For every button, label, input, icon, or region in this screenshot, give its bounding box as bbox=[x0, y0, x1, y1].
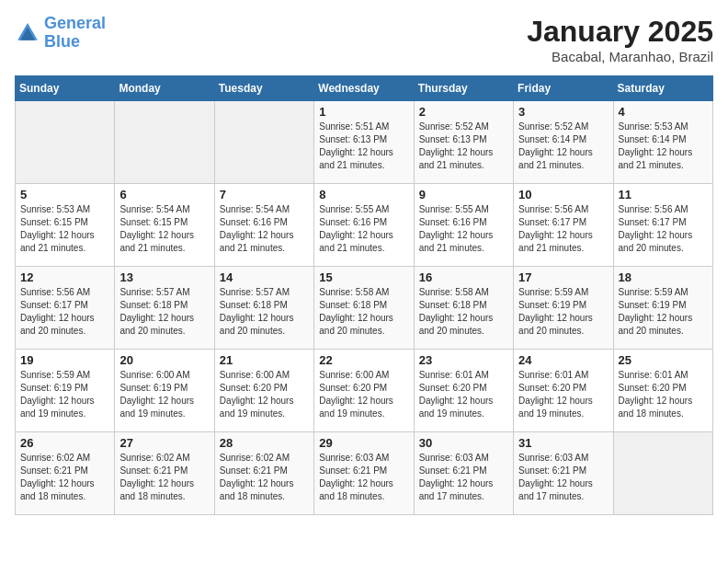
day-number: 2 bbox=[419, 105, 508, 119]
day-info: Sunrise: 6:00 AM Sunset: 6:20 PM Dayligh… bbox=[220, 369, 309, 420]
calendar-cell: 8Sunrise: 5:55 AM Sunset: 6:16 PM Daylig… bbox=[314, 184, 414, 267]
day-number: 7 bbox=[220, 188, 309, 201]
day-number: 16 bbox=[419, 270, 508, 284]
calendar-cell: 24Sunrise: 6:01 AM Sunset: 6:20 PM Dayli… bbox=[514, 350, 613, 432]
calendar-cell bbox=[16, 101, 115, 184]
day-info: Sunrise: 5:57 AM Sunset: 6:18 PM Dayligh… bbox=[220, 286, 309, 338]
calendar-cell: 11Sunrise: 5:56 AM Sunset: 6:17 PM Dayli… bbox=[613, 184, 712, 267]
calendar-cell: 6Sunrise: 5:54 AM Sunset: 6:15 PM Daylig… bbox=[115, 184, 214, 267]
calendar-cell: 21Sunrise: 6:00 AM Sunset: 6:20 PM Dayli… bbox=[214, 350, 313, 432]
weekday-header: Thursday bbox=[414, 76, 513, 101]
calendar-cell bbox=[214, 101, 313, 184]
day-info: Sunrise: 6:03 AM Sunset: 6:21 PM Dayligh… bbox=[419, 452, 508, 503]
calendar-cell bbox=[613, 432, 712, 515]
day-info: Sunrise: 5:53 AM Sunset: 6:14 PM Dayligh… bbox=[619, 121, 708, 172]
weekday-header: Saturday bbox=[613, 76, 712, 101]
day-number: 11 bbox=[619, 188, 708, 201]
calendar-week: 26Sunrise: 6:02 AM Sunset: 6:21 PM Dayli… bbox=[16, 432, 713, 515]
day-info: Sunrise: 5:55 AM Sunset: 6:16 PM Dayligh… bbox=[319, 203, 408, 255]
day-number: 22 bbox=[319, 353, 408, 367]
calendar-cell: 15Sunrise: 5:58 AM Sunset: 6:18 PM Dayli… bbox=[314, 267, 414, 350]
day-number: 30 bbox=[419, 436, 508, 450]
logo: General Blue bbox=[15, 15, 106, 52]
day-number: 25 bbox=[619, 353, 708, 367]
day-number: 10 bbox=[518, 188, 608, 201]
calendar-header: SundayMondayTuesdayWednesdayThursdayFrid… bbox=[16, 76, 713, 101]
day-number: 13 bbox=[119, 270, 209, 284]
day-number: 29 bbox=[319, 436, 408, 450]
calendar-cell: 3Sunrise: 5:52 AM Sunset: 6:14 PM Daylig… bbox=[514, 101, 613, 184]
calendar-cell: 30Sunrise: 6:03 AM Sunset: 6:21 PM Dayli… bbox=[414, 432, 513, 515]
calendar-cell bbox=[115, 101, 214, 184]
weekday-header: Tuesday bbox=[214, 76, 313, 101]
day-info: Sunrise: 5:58 AM Sunset: 6:18 PM Dayligh… bbox=[319, 286, 408, 338]
day-info: Sunrise: 5:57 AM Sunset: 6:18 PM Dayligh… bbox=[119, 286, 209, 338]
calendar-cell: 29Sunrise: 6:03 AM Sunset: 6:21 PM Dayli… bbox=[314, 432, 414, 515]
calendar-cell: 7Sunrise: 5:54 AM Sunset: 6:16 PM Daylig… bbox=[214, 184, 313, 267]
day-info: Sunrise: 5:59 AM Sunset: 6:19 PM Dayligh… bbox=[619, 286, 708, 338]
day-info: Sunrise: 6:01 AM Sunset: 6:20 PM Dayligh… bbox=[518, 369, 608, 420]
day-info: Sunrise: 5:53 AM Sunset: 6:15 PM Dayligh… bbox=[20, 203, 109, 255]
calendar-cell: 22Sunrise: 6:00 AM Sunset: 6:20 PM Dayli… bbox=[314, 350, 414, 432]
day-info: Sunrise: 5:56 AM Sunset: 6:17 PM Dayligh… bbox=[20, 286, 109, 338]
day-info: Sunrise: 6:00 AM Sunset: 6:19 PM Dayligh… bbox=[119, 369, 209, 420]
day-info: Sunrise: 6:00 AM Sunset: 6:20 PM Dayligh… bbox=[319, 369, 408, 420]
calendar-cell: 18Sunrise: 5:59 AM Sunset: 6:19 PM Dayli… bbox=[613, 267, 712, 350]
calendar-cell: 31Sunrise: 6:03 AM Sunset: 6:21 PM Dayli… bbox=[514, 432, 613, 515]
calendar-cell: 9Sunrise: 5:55 AM Sunset: 6:16 PM Daylig… bbox=[414, 184, 513, 267]
weekday-header: Wednesday bbox=[314, 76, 414, 101]
day-number: 21 bbox=[220, 353, 309, 367]
page-header: General Blue January 2025 Bacabal, Maran… bbox=[15, 15, 713, 64]
day-info: Sunrise: 5:56 AM Sunset: 6:17 PM Dayligh… bbox=[518, 203, 608, 255]
day-info: Sunrise: 5:52 AM Sunset: 6:14 PM Dayligh… bbox=[518, 121, 608, 172]
day-info: Sunrise: 5:55 AM Sunset: 6:16 PM Dayligh… bbox=[419, 203, 508, 255]
day-number: 23 bbox=[419, 353, 508, 367]
calendar-week: 19Sunrise: 5:59 AM Sunset: 6:19 PM Dayli… bbox=[16, 350, 713, 432]
calendar-cell: 16Sunrise: 5:58 AM Sunset: 6:18 PM Dayli… bbox=[414, 267, 513, 350]
day-number: 4 bbox=[619, 105, 708, 119]
day-number: 26 bbox=[20, 436, 109, 450]
day-number: 19 bbox=[20, 353, 109, 367]
day-info: Sunrise: 6:02 AM Sunset: 6:21 PM Dayligh… bbox=[20, 452, 109, 503]
day-number: 15 bbox=[319, 270, 408, 284]
day-number: 8 bbox=[319, 188, 408, 201]
calendar-cell: 2Sunrise: 5:52 AM Sunset: 6:13 PM Daylig… bbox=[414, 101, 513, 184]
logo-text: General Blue bbox=[44, 15, 106, 52]
day-number: 3 bbox=[518, 105, 608, 119]
calendar-cell: 13Sunrise: 5:57 AM Sunset: 6:18 PM Dayli… bbox=[115, 267, 214, 350]
calendar-cell: 20Sunrise: 6:00 AM Sunset: 6:19 PM Dayli… bbox=[115, 350, 214, 432]
calendar-cell: 19Sunrise: 5:59 AM Sunset: 6:19 PM Dayli… bbox=[16, 350, 115, 432]
day-info: Sunrise: 5:52 AM Sunset: 6:13 PM Dayligh… bbox=[419, 121, 508, 172]
day-info: Sunrise: 5:58 AM Sunset: 6:18 PM Dayligh… bbox=[419, 286, 508, 338]
calendar-week: 1Sunrise: 5:51 AM Sunset: 6:13 PM Daylig… bbox=[16, 101, 713, 184]
day-number: 28 bbox=[220, 436, 309, 450]
calendar-week: 12Sunrise: 5:56 AM Sunset: 6:17 PM Dayli… bbox=[16, 267, 713, 350]
day-number: 31 bbox=[518, 436, 608, 450]
day-number: 9 bbox=[419, 188, 508, 201]
calendar-week: 5Sunrise: 5:53 AM Sunset: 6:15 PM Daylig… bbox=[16, 184, 713, 267]
day-info: Sunrise: 5:51 AM Sunset: 6:13 PM Dayligh… bbox=[319, 121, 408, 172]
day-number: 18 bbox=[619, 270, 708, 284]
day-number: 1 bbox=[319, 105, 408, 119]
day-number: 17 bbox=[518, 270, 608, 284]
month-title: January 2025 bbox=[527, 15, 713, 49]
weekday-header: Monday bbox=[115, 76, 214, 101]
calendar-table: SundayMondayTuesdayWednesdayThursdayFrid… bbox=[15, 75, 713, 515]
day-info: Sunrise: 6:03 AM Sunset: 6:21 PM Dayligh… bbox=[319, 452, 408, 503]
calendar-cell: 10Sunrise: 5:56 AM Sunset: 6:17 PM Dayli… bbox=[514, 184, 613, 267]
day-info: Sunrise: 5:54 AM Sunset: 6:16 PM Dayligh… bbox=[220, 203, 309, 255]
day-info: Sunrise: 6:01 AM Sunset: 6:20 PM Dayligh… bbox=[619, 369, 708, 420]
day-number: 20 bbox=[119, 353, 209, 367]
day-info: Sunrise: 5:59 AM Sunset: 6:19 PM Dayligh… bbox=[20, 369, 109, 420]
day-number: 27 bbox=[119, 436, 209, 450]
day-info: Sunrise: 6:01 AM Sunset: 6:20 PM Dayligh… bbox=[419, 369, 508, 420]
calendar-cell: 14Sunrise: 5:57 AM Sunset: 6:18 PM Dayli… bbox=[214, 267, 313, 350]
calendar-cell: 12Sunrise: 5:56 AM Sunset: 6:17 PM Dayli… bbox=[16, 267, 115, 350]
day-number: 24 bbox=[518, 353, 608, 367]
title-block: January 2025 Bacabal, Maranhao, Brazil bbox=[527, 15, 713, 64]
day-info: Sunrise: 6:03 AM Sunset: 6:21 PM Dayligh… bbox=[518, 452, 608, 503]
day-number: 14 bbox=[220, 270, 309, 284]
calendar-cell: 5Sunrise: 5:53 AM Sunset: 6:15 PM Daylig… bbox=[16, 184, 115, 267]
location: Bacabal, Maranhao, Brazil bbox=[527, 49, 713, 64]
day-info: Sunrise: 6:02 AM Sunset: 6:21 PM Dayligh… bbox=[220, 452, 309, 503]
